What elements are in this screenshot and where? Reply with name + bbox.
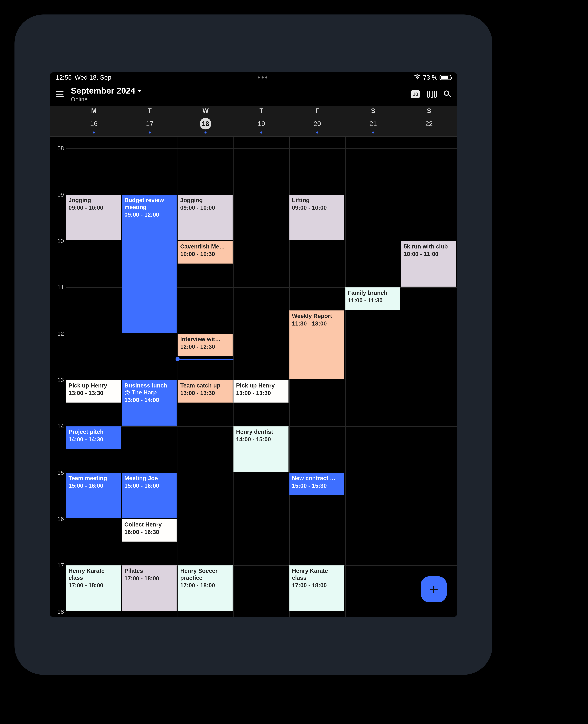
calendar-event[interactable]: Henry dentist14:00 - 15:00	[233, 426, 289, 472]
month-title: September 2024	[71, 86, 135, 95]
event-title: Team catch up	[180, 382, 230, 389]
event-time: 14:00 - 15:00	[236, 436, 286, 443]
calendar-event[interactable]: Meeting Joe15:00 - 16:00	[122, 473, 177, 518]
time-grid[interactable]: 0809101112131415161718 Jogging09:00 - 10…	[50, 137, 457, 617]
title-block[interactable]: September 2024 Online	[71, 86, 142, 103]
event-dot-icon	[260, 131, 262, 133]
calendar-event[interactable]: Henry Karate class17:00 - 18:00	[289, 565, 344, 611]
search-icon[interactable]	[444, 90, 451, 98]
view-columns-icon[interactable]	[427, 91, 437, 98]
now-indicator-dot	[175, 357, 180, 361]
event-dot-icon	[149, 131, 151, 133]
calendar-event[interactable]: Cavendish Me…10:00 - 10:30	[177, 241, 233, 263]
day-column[interactable]	[401, 137, 457, 617]
hour-label: 09	[58, 191, 64, 198]
battery-icon	[440, 75, 451, 80]
event-title: Family brunch	[348, 289, 398, 296]
day-header-cell[interactable]: M16	[66, 107, 122, 133]
status-right: 73 %	[414, 74, 451, 81]
day-column[interactable]	[233, 137, 289, 617]
event-title: Cavendish Me…	[180, 243, 230, 250]
day-column[interactable]	[345, 137, 401, 617]
event-time: 11:30 - 13:00	[292, 320, 342, 327]
status-time: 12:55	[56, 74, 72, 81]
event-time: 13:00 - 13:30	[180, 389, 230, 397]
dot-icon	[258, 77, 260, 79]
event-time: 14:00 - 14:30	[68, 436, 118, 443]
event-time: 09:00 - 10:00	[180, 204, 230, 211]
event-time: 15:00 - 16:00	[124, 482, 174, 489]
app-header: September 2024 Online 18	[50, 83, 457, 106]
calendar-event[interactable]: Interview wit…12:00 - 12:30	[177, 334, 233, 356]
calendar-event[interactable]: 5k run with club10:00 - 11:00	[401, 241, 456, 287]
event-title: Business lunch @ The Harp	[124, 382, 174, 396]
calendar-event[interactable]: Team meeting15:00 - 16:00	[66, 473, 121, 518]
calendar-event[interactable]: Jogging09:00 - 10:00	[177, 195, 233, 240]
event-time: 13:00 - 13:30	[236, 389, 286, 397]
time-labels-column: 0809101112131415161718	[50, 137, 66, 617]
event-title: Pick up Henry	[236, 382, 286, 389]
hamburger-menu-icon[interactable]	[53, 88, 66, 100]
calendar-event[interactable]: Project pitch14:00 - 14:30	[66, 426, 121, 449]
event-title: Interview wit…	[180, 336, 230, 343]
calendar-event[interactable]: Pick up Henry13:00 - 13:30	[66, 380, 121, 403]
day-header-cell[interactable]: T17	[122, 107, 178, 133]
hour-line	[66, 148, 457, 149]
calendar-event[interactable]: Jogging09:00 - 10:00	[66, 195, 121, 240]
calendar-event[interactable]: Budget review meeting09:00 - 12:00	[122, 195, 177, 333]
event-title: Budget review meeting	[124, 197, 174, 211]
calendar-event[interactable]: New contract …15:00 - 15:30	[289, 473, 344, 495]
day-letter: T	[233, 107, 289, 114]
day-header-row: M16T17W18T19F20S21S22	[50, 106, 457, 137]
event-title: Collect Henry	[124, 521, 174, 528]
calendar-event[interactable]: Collect Henry16:00 - 16:30	[122, 519, 177, 541]
status-multitask-dots[interactable]	[258, 77, 267, 79]
calendar-event[interactable]: Family brunch11:00 - 11:30	[345, 287, 400, 310]
event-dot-icon	[316, 131, 318, 133]
hour-label: 16	[58, 516, 64, 522]
event-time: 13:00 - 13:30	[68, 389, 118, 397]
calendar-event[interactable]: Henry Soccer practice17:00 - 18:00	[177, 565, 233, 611]
dot-icon	[265, 77, 267, 79]
calendar-event[interactable]: Weekly Report11:30 - 13:00	[289, 311, 344, 379]
event-time: 16:00 - 16:30	[124, 529, 174, 535]
status-left: 12:55 Wed 18. Sep	[56, 74, 111, 81]
event-time: 09:00 - 10:00	[292, 204, 342, 211]
day-header-cell[interactable]: F20	[289, 107, 345, 133]
day-letter: W	[177, 107, 233, 114]
event-title: Pilates	[124, 567, 174, 574]
calendar-event[interactable]: Pick up Henry13:00 - 13:30	[233, 380, 289, 403]
event-time: 09:00 - 10:00	[68, 204, 118, 211]
event-time: 11:00 - 11:30	[348, 297, 398, 304]
status-bar: 12:55 Wed 18. Sep 73 %	[50, 72, 457, 83]
event-title: Henry Karate class	[68, 567, 118, 581]
calendar-event[interactable]: Henry Karate class17:00 - 18:00	[66, 565, 121, 611]
event-title: Jogging	[180, 197, 230, 204]
event-title: Jogging	[68, 197, 118, 204]
day-header-cell[interactable]: W18	[177, 107, 233, 133]
day-number: 19	[256, 118, 267, 129]
today-button[interactable]: 18	[411, 90, 420, 98]
calendar-event[interactable]: Lifting09:00 - 10:00	[289, 195, 344, 240]
event-title: Henry dentist	[236, 428, 286, 435]
event-dot-icon	[372, 131, 374, 133]
day-header-cell[interactable]: S21	[345, 107, 401, 133]
calendar-event[interactable]: Pilates17:00 - 18:00	[122, 565, 177, 611]
now-indicator-line	[177, 359, 233, 360]
wifi-icon	[414, 74, 421, 81]
calendar-event[interactable]: Business lunch @ The Harp13:00 - 14:00	[122, 380, 177, 426]
day-letter: S	[401, 107, 457, 114]
event-time: 10:00 - 11:00	[404, 251, 454, 257]
event-dot-icon	[205, 131, 207, 133]
dot-icon	[261, 77, 264, 79]
event-title: Meeting Joe	[124, 475, 174, 482]
day-number: 16	[88, 118, 100, 129]
calendar-event[interactable]: Team catch up13:00 - 13:30	[177, 380, 233, 403]
event-time: 17:00 - 18:00	[292, 582, 342, 589]
day-header-cell[interactable]: T19	[233, 107, 289, 133]
day-header-cell[interactable]: S22	[401, 107, 457, 133]
add-event-button[interactable]: +	[421, 576, 447, 602]
sync-status: Online	[71, 96, 142, 103]
event-time: 15:00 - 15:30	[292, 482, 342, 489]
screen: 12:55 Wed 18. Sep 73 %	[50, 72, 457, 617]
